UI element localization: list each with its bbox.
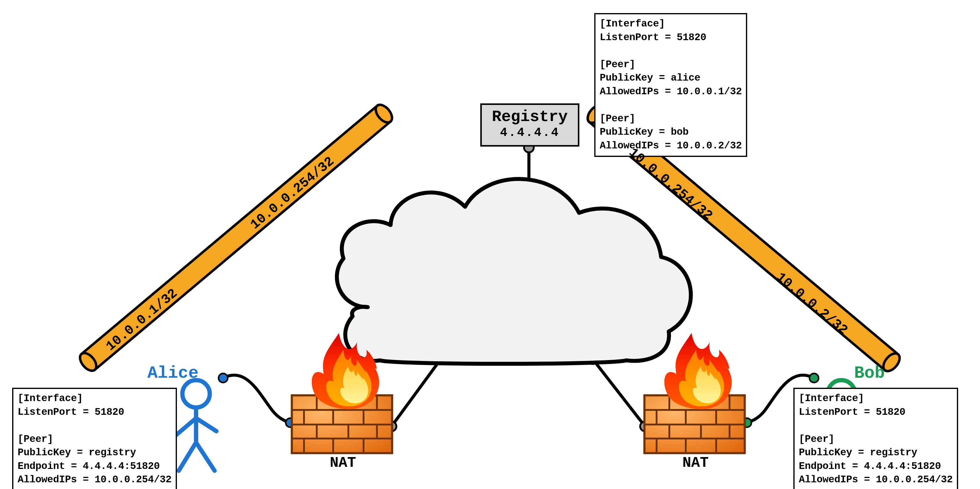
svg-point-11 xyxy=(810,373,819,382)
svg-line-37 xyxy=(176,418,196,435)
svg-line-3 xyxy=(391,359,441,426)
registry-title: Registry xyxy=(490,108,570,126)
svg-line-38 xyxy=(196,418,216,431)
registry-config: [Interface] ListenPort = 51820 [Peer] Pu… xyxy=(594,13,747,157)
svg-line-6 xyxy=(593,359,645,426)
alice-icon xyxy=(176,380,216,471)
nat-label-right: NAT xyxy=(682,455,708,471)
svg-point-9 xyxy=(218,373,228,382)
svg-line-39 xyxy=(179,443,196,471)
registry-box: Registry 4.4.4.4 xyxy=(480,104,579,147)
alice-label: Alice xyxy=(148,363,199,383)
alice-config: [Interface] ListenPort = 51820 [Peer] Pu… xyxy=(12,388,177,489)
registry-ip: 4.4.4.4 xyxy=(490,126,570,140)
bob-config: [Interface] ListenPort = 51820 [Peer] Pu… xyxy=(793,388,958,489)
cloud-icon xyxy=(337,179,690,364)
nat-label-left: NAT xyxy=(330,455,356,471)
svg-point-35 xyxy=(182,380,210,408)
svg-line-40 xyxy=(196,443,215,471)
bob-label: Bob xyxy=(854,363,885,383)
